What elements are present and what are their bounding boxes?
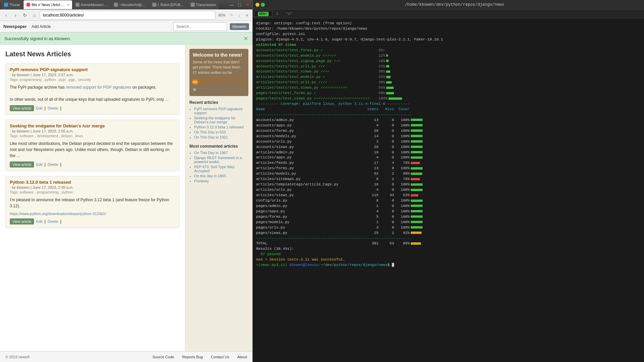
add-article-button[interactable]: Add Article (29, 24, 53, 30)
view-article-button[interactable]: View article (10, 105, 34, 111)
bookmark-icon[interactable]: ☆ (228, 12, 235, 19)
reload-button[interactable]: ↻ (21, 11, 29, 19)
terminal-maximize[interactable] (261, 3, 265, 7)
commented-item[interactable]: Django REST framework is a powerful tool… (194, 156, 248, 164)
terminal-body[interactable]: django: settings: config.test (from opti… (253, 18, 644, 362)
recent-articles-section: Recent articles PyPI removes PGP-signatu… (189, 100, 248, 139)
search-icon: 🔍 (193, 88, 198, 93)
terminal-line: ---------- coverage: platform linux, pyt… (256, 101, 641, 107)
browser-titlebar: Thunar Bits o' News | Articles —... ✕ /h… (0, 0, 252, 9)
tab-3-label: *3* (286, 12, 293, 16)
terminal-line: TOTAL 381 53 86% (256, 241, 641, 246)
close-button[interactable]: ✕ (244, 1, 251, 8)
terminal-controls (255, 3, 265, 7)
about-link[interactable]: About (237, 355, 247, 359)
app-toolbar: Newspaper Add Article kbowen (0, 21, 252, 32)
terminal-line: articles/templatetags/article_tags.py 18… (256, 182, 641, 187)
view-article-button[interactable]: View article (10, 218, 34, 224)
search-input[interactable] (173, 22, 227, 31)
forward-button[interactable]: › (11, 11, 20, 19)
terminal-line: Name Stmts Miss Cover (256, 107, 641, 112)
edit-link[interactable]: Edit (36, 106, 42, 110)
user-badge[interactable]: kbowen (230, 23, 249, 30)
terminal-line: articles/sitemaps.py 9 2 78% (256, 177, 641, 182)
terminal-line: accounts/apps.py 4 0 100% (256, 123, 641, 128)
source-code-link[interactable]: Source Code (152, 355, 174, 359)
terminal-line: accounts/tests/test_urls.py ✓✓✓ 23% (256, 64, 641, 69)
terminal-line: pages/apps.py 4 0 100% (256, 209, 641, 214)
settings-icon[interactable]: ≡ (244, 12, 250, 19)
home-button[interactable]: ⌂ (30, 11, 38, 19)
browser-content: Latest News Articles PyPI removes PGP-si… (0, 45, 252, 351)
commented-item[interactable]: On this day in 1865 (194, 174, 248, 178)
terminal-minimize[interactable] (255, 3, 259, 7)
terminal-line: accounts/forms.py 20 0 100% (256, 128, 641, 134)
terminal-line: accounts/tests/test_views.py ✓✓✓✓ 30% (256, 69, 641, 74)
article-tags: Tags: software , development , debian , … (10, 134, 175, 138)
back-button[interactable]: ‹ (2, 11, 10, 19)
sidebar: Welcome to the news! Some of the news th… (185, 45, 252, 351)
rss-icon: RSS (193, 80, 197, 84)
browser-footer: © 2023 news® Source Code Reports Bug Con… (0, 351, 252, 362)
alert-text: Successfully signed in as kbowen. (4, 36, 71, 41)
bug-report-link[interactable]: Reports Bug (182, 355, 203, 359)
delete-link[interactable]: Delete (48, 219, 58, 223)
terminal-line: articles/admin.py 19 0 100% (256, 150, 641, 155)
terminal-line: 57 passed (256, 252, 641, 257)
edit-link[interactable]: Edit (36, 219, 42, 223)
article-title[interactable]: PyPI removes PGP-signature support (10, 67, 175, 72)
url-bar[interactable] (40, 11, 215, 20)
tab-transmission[interactable]: Transmission (188, 0, 219, 9)
tab-python[interactable]: /home/kbowen/dev/pyth... (73, 0, 111, 9)
recent-item[interactable]: PyPI removes PGP-signature support (194, 107, 248, 115)
tab-label: Thunar (9, 3, 20, 7)
alert-banner: Successfully signed in as kbowen. ✕ (0, 32, 252, 45)
delete-link[interactable]: Delete (48, 106, 58, 110)
alert-close-button[interactable]: ✕ (244, 35, 248, 42)
terminal-tab-1[interactable]: NEW! (254, 11, 272, 17)
terminal-line: accounts/views.py 29 0 100% (256, 145, 641, 150)
terminal-tab-3[interactable]: *3* (282, 11, 296, 17)
recent-item[interactable]: Seeking the endgame for Debian's /usr me… (194, 116, 248, 124)
separator2: | (60, 106, 61, 111)
recent-item[interactable]: Python 3.12.0 beta 1 released (194, 125, 248, 129)
minimize-button[interactable]: — (228, 1, 235, 8)
maximize-button[interactable]: □ (236, 1, 243, 8)
welcome-text: Some of the news that didn't get printed… (193, 60, 245, 75)
footer-links: Source Code Reports Bug Contact Us About (152, 355, 247, 359)
browser-window: Thunar Bits o' News | Articles —... ✕ /h… (0, 0, 253, 362)
recent-item[interactable]: On This Day in 653 (194, 130, 248, 134)
rss-link[interactable]: RSS Subscribe to the news RSS feed (193, 78, 245, 86)
article-external-link[interactable]: https://www.python.org/downloads/release… (10, 212, 175, 216)
copyright-text: © 2023 news® (5, 355, 30, 359)
article-excerpt: Like most other distributions, the Debia… (10, 141, 175, 159)
excerpt-link[interactable]: removed support for PGP signatures (66, 85, 131, 90)
commented-item[interactable]: PEP 673: Self Type Was Accepted (194, 165, 248, 173)
contact-link[interactable]: Contact Us (211, 355, 229, 359)
article-title[interactable]: Python 3.12.0 beta 1 released (10, 180, 175, 185)
delete-link[interactable]: Delete (48, 162, 58, 167)
commented-item[interactable]: Positivity (194, 179, 248, 183)
separator: | (44, 106, 45, 111)
tab-label-5: Transmission (196, 3, 216, 7)
terminal-line: articles/urls.py 4 0 100% (256, 187, 641, 193)
tab-thunar[interactable]: Thunar (1, 0, 23, 9)
tab-label-active: Bits o' News | Articles —... (32, 3, 65, 7)
terminal-line: articles/views.py 115 43 63% (256, 193, 641, 198)
terminal-line: rootdir: /home/kbowen/dev/python/repos/d… (256, 26, 641, 32)
edit-link[interactable]: Edit (36, 162, 42, 167)
article-title[interactable]: Seeking the endgame for Debian's /usr me… (10, 123, 175, 128)
recent-item[interactable]: On This Day in 1921 (194, 135, 248, 139)
view-article-button[interactable]: View article (10, 161, 34, 168)
terminal-line: django: settings: config.test (from opti… (256, 21, 641, 26)
tab-epub[interactable]: I, Robot [EPUB] — E-book... (150, 0, 187, 9)
tab-docs[interactable]: ~/docs/tech/djlint_report-... (111, 0, 149, 9)
commented-item[interactable]: On This Day in 1967 (194, 151, 248, 155)
tab-new-badge: NEW! (258, 12, 269, 16)
article-search-link[interactable]: 🔍 Article Search (193, 88, 245, 93)
download-icon[interactable]: ↓ (236, 12, 243, 19)
article-tags: Tags: programming , python , pypi , pgp … (10, 78, 175, 82)
terminal-tab-2[interactable]: 2 (272, 11, 282, 17)
tab-bits-news[interactable]: Bits o' News | Articles —... ✕ (24, 0, 72, 9)
terminal-line: accounts/tests/test_models.py ✓✓✓✓✓✓ 12% (256, 53, 641, 59)
